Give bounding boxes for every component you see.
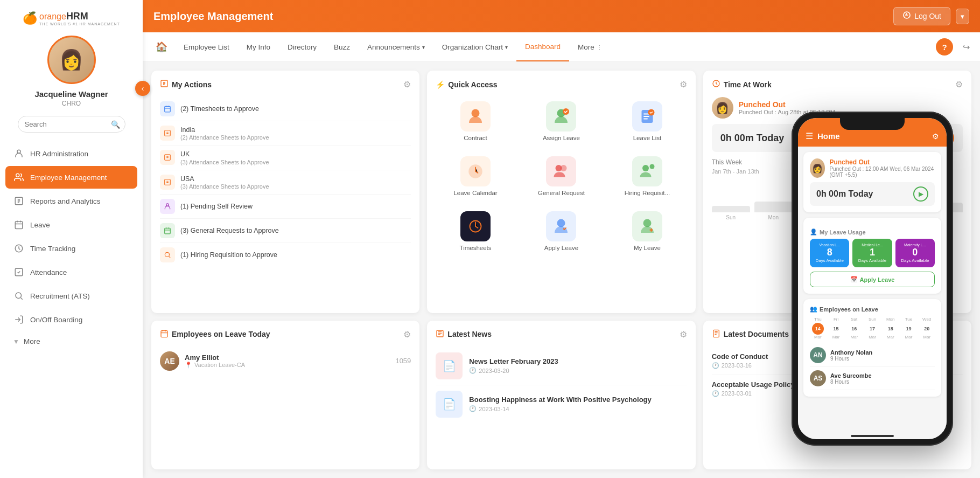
latest-news-gear[interactable]: ⚙	[680, 329, 687, 340]
phone-person-ave: AS Ave Surcombe 8 Hours	[810, 367, 935, 390]
logout-dropdown[interactable]: ▾	[956, 9, 969, 24]
news-item-1[interactable]: 📄 News Letter February 2023 🕐 2023-03-20	[436, 347, 687, 385]
sidebar-item-recruitment[interactable]: Recruitment (ATS)	[5, 285, 137, 307]
sidebar-item-reports[interactable]: Reports and Analytics	[5, 190, 137, 212]
tab-org-chart[interactable]: Organization Chart ▾	[433, 32, 516, 61]
my-actions-card: My Actions ⚙ (2) Timesheets to Approve I…	[151, 71, 419, 313]
phone-time-value: 0h 00m Today	[816, 189, 873, 199]
phone-leave-usage-title: 👤 My Leave Usage	[810, 228, 935, 235]
action-self-review[interactable]: (1) Pending Self Review	[160, 195, 411, 219]
action-hiring-req[interactable]: (1) Hiring Requisition to Approve	[160, 243, 411, 267]
latest-news-card: Latest News ⚙ 📄 News Letter February 202…	[427, 321, 695, 469]
sidebar-item-attendance[interactable]: Attendance	[5, 261, 137, 283]
time-at-work-gear[interactable]: ⚙	[955, 79, 963, 89]
logout-button[interactable]: Log Out	[893, 7, 950, 25]
quick-general-request[interactable]: General Request	[522, 152, 601, 200]
search-input[interactable]	[18, 116, 125, 133]
tab-dashboard[interactable]: Dashboard	[516, 32, 569, 61]
logo-orange-icon: 🍊	[23, 11, 37, 25]
quick-assign-leave[interactable]: Assign Leave	[522, 97, 601, 146]
sidebar-item-label-recruitment: Recruitment (ATS)	[30, 292, 130, 300]
svg-rect-31	[161, 331, 167, 337]
tab-more[interactable]: More ⋮	[569, 32, 611, 61]
reports-icon	[13, 195, 25, 207]
my-leave-icon	[632, 211, 662, 241]
time-tracking-icon	[13, 243, 25, 254]
action-general-requests-text: (3) General Requests to Approve	[180, 226, 411, 235]
action-timesheets[interactable]: (2) Timesheets to Approve	[160, 97, 411, 121]
my-actions-gear[interactable]: ⚙	[403, 79, 411, 89]
more-label: More	[24, 337, 40, 345]
contract-icon	[460, 101, 491, 131]
phone-title: Home	[817, 131, 840, 141]
news-thumb-1: 📄	[436, 352, 463, 379]
punch-status: Punched Out	[739, 100, 835, 109]
employees-on-leave-title: Employees on Leave Today	[172, 330, 270, 338]
employees-on-leave-gear[interactable]: ⚙	[403, 329, 411, 340]
person-hours-anthony: 9 Hours	[830, 356, 872, 362]
tab-employee-list[interactable]: Employee List	[175, 32, 238, 61]
phone-gear-icon[interactable]: ⚙	[932, 132, 939, 141]
recruitment-icon	[13, 290, 25, 302]
user-role: CHRO	[62, 100, 81, 107]
attendance-usa-dot	[160, 175, 175, 190]
tab-buzz[interactable]: Buzz	[325, 32, 359, 61]
share-button[interactable]: ↪	[957, 38, 975, 56]
action-attendance-uk[interactable]: UK (3) Attendance Sheets to Approve	[160, 146, 411, 170]
nav-tab-right: ? ↪	[936, 38, 975, 56]
sidebar-item-employee-mgmt[interactable]: Employee Management	[5, 166, 137, 189]
attendance-uk-dot	[160, 150, 175, 165]
quick-contract[interactable]: Contract	[436, 97, 515, 146]
tab-home[interactable]: 🏠	[148, 32, 175, 61]
news-thumb-2: 📄	[436, 391, 463, 418]
sidebar-item-hr-admin[interactable]: HR Administration	[5, 142, 137, 165]
leave-label-medical: Days Available	[858, 258, 886, 263]
quick-hiring-req[interactable]: Hiring Requisit...	[607, 152, 687, 200]
sidebar-item-label-attendance: Attendance	[30, 268, 130, 276]
general-request-icon	[546, 156, 576, 186]
sidebar-item-time-tracking[interactable]: Time Tracking	[5, 237, 137, 260]
latest-news-title: Latest News	[447, 330, 492, 338]
person-avatar-ave: AS	[810, 370, 826, 386]
tab-my-info[interactable]: My Info	[238, 32, 279, 61]
time-at-work-icon	[712, 79, 720, 89]
leave-badge-vacation: Vacation L... 8 Days Available	[810, 239, 849, 267]
news-item-2[interactable]: 📄 Boosting Happiness at Work With Positi…	[436, 385, 687, 423]
action-general-requests[interactable]: (3) General Requests to Approve	[160, 219, 411, 243]
svg-point-17	[472, 109, 480, 117]
quick-timesheets[interactable]: Timesheets	[436, 207, 515, 255]
svg-point-29	[643, 219, 651, 227]
phone-menu-icon[interactable]: ☰	[806, 131, 813, 141]
logout-label: Log Out	[914, 12, 941, 20]
phone-punch-avatar: 👩	[810, 158, 825, 178]
latest-docs-title: Latest Documents	[724, 330, 789, 338]
action-attendance-india[interactable]: India (2) Attendance Sheets to Approve	[160, 121, 411, 146]
attendance-india-dot	[160, 126, 175, 141]
quick-apply-leave[interactable]: Apply Leave	[522, 207, 601, 255]
tab-directory[interactable]: Directory	[279, 32, 325, 61]
sidebar-more[interactable]: ▼ More	[5, 332, 137, 351]
leave-label-maternity: Days Available	[901, 258, 929, 263]
quick-access-gear[interactable]: ⚙	[680, 79, 687, 89]
quick-apply-leave-label: Apply Leave	[544, 245, 578, 251]
sidebar-item-onboarding[interactable]: On/Off Boarding	[5, 308, 137, 331]
quick-leave-calendar[interactable]: Leave Calendar	[436, 152, 515, 200]
svg-point-0	[17, 150, 20, 153]
help-button[interactable]: ?	[936, 38, 953, 56]
svg-rect-33	[713, 330, 719, 337]
tab-label-buzz: Buzz	[334, 43, 350, 51]
quick-my-leave[interactable]: My Leave	[607, 207, 687, 255]
sidebar-item-leave[interactable]: Leave	[5, 213, 137, 236]
action-self-review-text: (1) Pending Self Review	[180, 202, 411, 211]
phone-home-indicator	[851, 435, 894, 437]
clock-icon-2: 🕐	[469, 405, 477, 412]
sidebar-item-label-hr-admin: HR Administration	[30, 150, 130, 158]
action-attendance-usa[interactable]: USA (3) Attendance Sheets to Approve	[160, 170, 411, 195]
tab-announcements[interactable]: Announcements ▾	[359, 32, 433, 61]
sidebar-collapse-btn[interactable]: ‹	[135, 81, 150, 96]
phone-apply-leave-button[interactable]: 📅 Apply Leave	[810, 272, 935, 287]
org-chart-arrow-icon: ▾	[505, 44, 508, 50]
phone-timer-icon[interactable]: ▶	[913, 186, 928, 202]
phone-screen: ☰ Home ⚙ 👩 Punched Out Punched Out : 12:…	[798, 118, 947, 439]
quick-leave-list[interactable]: Leave List	[607, 97, 687, 146]
